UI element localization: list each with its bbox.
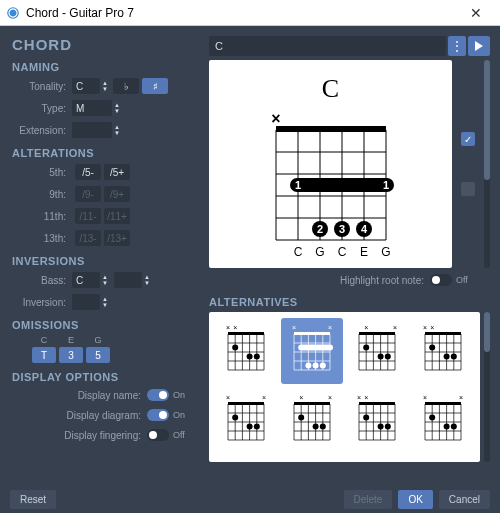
svg-point-74 [364,345,370,351]
svg-point-122 [298,415,304,421]
svg-point-42 [246,354,252,360]
type-stepper[interactable]: ▲▼ [112,100,122,116]
svg-text:G: G [315,245,324,259]
om-btn-2[interactable]: 5 [86,347,110,363]
extension-stepper[interactable]: ▲▼ [112,122,122,138]
alternative-5[interactable]: ×× [281,388,343,454]
omissions-header: OMISSIONS [12,319,193,331]
delete-button[interactable]: Delete [344,490,393,509]
sharp-button[interactable]: ♯ [142,78,168,94]
svg-point-90 [429,345,435,351]
display-fingering-toggle[interactable] [147,429,169,441]
alternative-11[interactable]: ×× [412,458,474,462]
svg-point-139 [378,424,384,430]
svg-rect-143 [425,402,461,405]
alt-minus-2: /11- [75,208,101,224]
svg-rect-14 [290,178,394,192]
svg-point-41 [232,345,238,351]
alt-label-1: 9th: [12,189,66,200]
close-button[interactable]: ✕ [458,0,494,25]
om-btn-0[interactable]: T [32,347,56,363]
alt-minus-3: /13- [75,230,101,246]
alternative-0[interactable]: ×× [215,318,277,384]
highlight-root-label: Highlight root note: [340,275,424,286]
alternative-4[interactable]: ×× [215,388,277,454]
svg-text:×: × [430,324,434,331]
svg-rect-63 [359,332,395,335]
svg-text:×: × [459,394,463,401]
bass-select-2[interactable] [114,272,142,288]
extension-select[interactable] [72,122,112,138]
svg-text:×: × [423,394,427,401]
svg-text:×: × [393,324,397,331]
svg-rect-95 [228,402,264,405]
svg-rect-30 [228,332,264,335]
alternative-9[interactable]: ×× [281,458,343,462]
alt-plus-2: /11+ [104,208,130,224]
alt-minus-0[interactable]: /5- [75,164,101,180]
footer: Reset Delete OK Cancel [0,486,500,513]
highlight-root-toggle[interactable] [430,274,452,286]
chord-more-button[interactable]: ⋮ [448,36,466,56]
alt-plus-0[interactable]: /5+ [104,164,130,180]
svg-point-106 [232,415,238,421]
type-select[interactable]: M [72,100,112,116]
display-name-toggle[interactable] [147,389,169,401]
svg-point-107 [246,424,252,430]
display-diagram-toggle[interactable] [147,409,169,421]
alternatives-grid: ×××××××××××××××××××××××× [209,312,480,462]
main-diagram[interactable]: C ×11234CGCEG [209,60,452,268]
svg-text:C: C [337,245,346,259]
om-btn-1[interactable]: 3 [59,347,83,363]
svg-text:×: × [365,324,369,331]
svg-rect-57 [298,345,333,351]
chord-name-input[interactable]: C [209,36,446,56]
svg-text:G: G [381,245,390,259]
alternative-8[interactable]: ×× [215,458,277,462]
tonality-select[interactable]: C [72,78,100,94]
svg-text:×: × [423,324,427,331]
alternative-2[interactable]: ×× [347,318,409,384]
diagram-check-1[interactable]: ✓ [461,132,475,146]
bass-label: Bass: [12,275,66,286]
alt-label-2: 11th: [12,211,66,222]
type-label: Type: [12,103,66,114]
flat-button[interactable]: ♭ [113,78,139,94]
bass-select[interactable]: C [72,272,100,288]
cancel-button[interactable]: Cancel [439,490,490,509]
display-fingering-label: Display fingering: [64,430,141,441]
alternative-1[interactable]: ×× [281,318,343,384]
svg-point-154 [429,415,435,421]
inversion-stepper[interactable]: ▲▼ [100,294,110,310]
alt-minus-1: /9- [75,186,101,202]
bass-stepper[interactable]: ▲▼ [100,272,110,288]
svg-text:×: × [328,324,332,331]
alternatives-header: ALTERNATIVES [209,296,490,308]
om-head-0: C [32,335,56,345]
chord-play-button[interactable] [468,36,490,56]
diagram-check-2[interactable] [461,182,475,196]
highlight-root-state: Off [456,275,476,285]
alternative-10[interactable]: ×× [347,458,409,462]
reset-button[interactable]: Reset [10,490,56,509]
svg-point-43 [254,354,260,360]
titlebar: Chord - Guitar Pro 7 ✕ [0,0,500,26]
svg-text:3: 3 [338,223,344,235]
ok-button[interactable]: OK [398,490,432,509]
svg-point-155 [444,424,450,430]
svg-text:C: C [293,245,302,259]
alternative-7[interactable]: ×× [412,388,474,454]
svg-point-91 [444,354,450,360]
svg-rect-111 [294,402,330,405]
inversion-select[interactable] [72,294,100,310]
svg-point-92 [451,354,457,360]
display-options-header: DISPLAY OPTIONS [12,371,193,383]
alternatives-scrollbar[interactable] [484,312,490,462]
tonality-stepper[interactable]: ▲▼ [100,78,110,94]
alternative-3[interactable]: ×× [412,318,474,384]
right-scrollbar[interactable] [484,60,490,268]
svg-point-108 [254,424,260,430]
svg-point-60 [319,363,325,369]
alternative-6[interactable]: ×× [347,388,409,454]
bass-stepper-2[interactable]: ▲▼ [142,272,152,288]
